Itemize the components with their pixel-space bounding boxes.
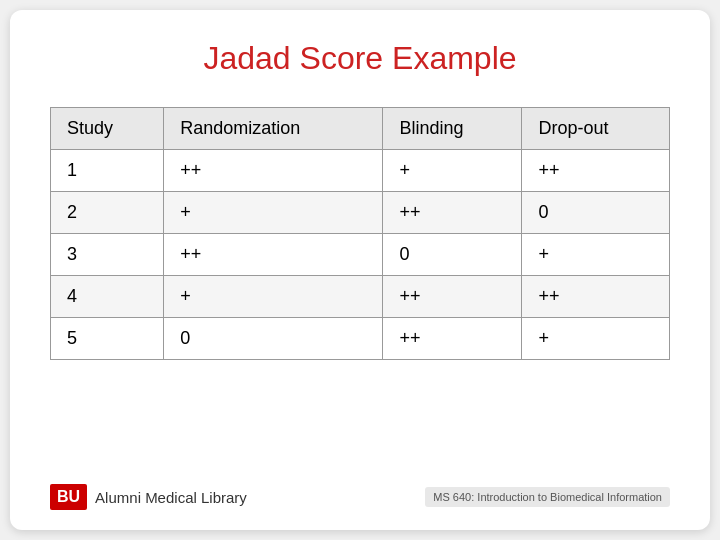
table-cell: 1 [51,150,164,192]
table-cell: ++ [522,276,670,318]
table-cell: + [164,276,383,318]
table-header-cell: Drop-out [522,108,670,150]
slide: Jadad Score Example StudyRandomizationBl… [10,10,710,530]
table-cell: + [164,192,383,234]
bu-logo: BU Alumni Medical Library [50,484,247,510]
slide-title: Jadad Score Example [50,40,670,77]
table-cell: 5 [51,318,164,360]
table-container: StudyRandomizationBlindingDrop-out 1++++… [50,107,670,468]
table-row: 2+++0 [51,192,670,234]
footer: BU Alumni Medical Library MS 640: Introd… [50,484,670,510]
table-cell: ++ [383,192,522,234]
table-row: 3++0+ [51,234,670,276]
course-label: MS 640: Introduction to Biomedical Infor… [425,487,670,507]
table-cell: 0 [522,192,670,234]
library-name: Alumni Medical Library [95,489,247,506]
table-header-row: StudyRandomizationBlindingDrop-out [51,108,670,150]
table-cell: ++ [383,276,522,318]
table-cell: ++ [522,150,670,192]
table-cell: 2 [51,192,164,234]
table-cell: + [522,318,670,360]
table-header-cell: Blinding [383,108,522,150]
jadad-table: StudyRandomizationBlindingDrop-out 1++++… [50,107,670,360]
table-cell: 4 [51,276,164,318]
table-row: 50+++ [51,318,670,360]
bu-box: BU [50,484,87,510]
table-cell: ++ [164,234,383,276]
table-header-cell: Randomization [164,108,383,150]
table-cell: ++ [164,150,383,192]
table-cell: ++ [383,318,522,360]
table-cell: 3 [51,234,164,276]
table-cell: 0 [164,318,383,360]
table-cell: + [522,234,670,276]
table-cell: 0 [383,234,522,276]
table-row: 4+++++ [51,276,670,318]
table-cell: + [383,150,522,192]
table-row: 1+++++ [51,150,670,192]
table-header-cell: Study [51,108,164,150]
